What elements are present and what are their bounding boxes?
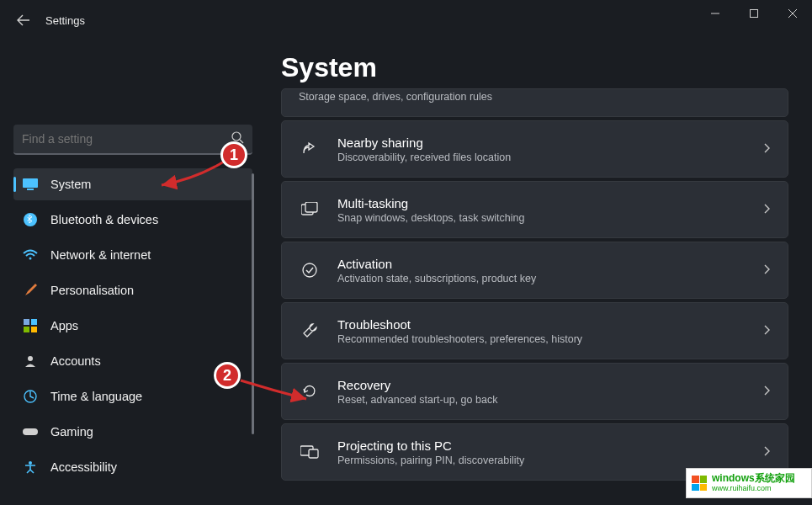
brush-icon (22, 282, 39, 299)
close-button[interactable] (773, 0, 812, 27)
svg-point-5 (29, 258, 32, 260)
annotation-badge-2: 2 (214, 362, 241, 389)
chevron-right-icon (764, 384, 771, 399)
minimize-button[interactable] (696, 0, 735, 27)
settings-card-storage[interactable]: Storage space, drives, configuration rul… (281, 88, 788, 117)
svg-rect-0 (751, 10, 758, 18)
windows-logo-icon (692, 476, 707, 491)
sidebar-item-label: Gaming (50, 425, 93, 439)
bluetooth-icon (22, 211, 39, 228)
sidebar-item-time-language[interactable]: Time & language (13, 380, 252, 412)
card-title: Recovery (337, 378, 747, 392)
card-subtitle: Snap windows, desktops, task switching (337, 212, 747, 224)
svg-point-17 (303, 263, 316, 277)
chevron-right-icon (764, 141, 771, 157)
sidebar-item-gaming[interactable]: Gaming (13, 416, 252, 448)
recovery-icon (299, 380, 321, 402)
search-box[interactable] (13, 125, 252, 155)
card-text: ActivationActivation state, subscription… (337, 257, 747, 284)
card-text: Storage space, drives, configuration rul… (299, 89, 771, 109)
window-controls (696, 0, 812, 27)
svg-rect-3 (27, 189, 34, 190)
card-text: Multi-taskingSnap windows, desktops, tas… (337, 196, 747, 224)
sidebar-item-system[interactable]: System (13, 168, 252, 200)
sidebar-item-label: Network & internet (50, 248, 151, 262)
svg-rect-7 (31, 319, 37, 325)
sidebar-item-label: Accounts (50, 354, 101, 368)
card-title: Nearby sharing (337, 136, 747, 150)
sidebar-item-apps[interactable]: Apps (13, 310, 252, 342)
card-title: Activation (337, 257, 747, 271)
sidebar-item-label: Apps (50, 319, 78, 332)
settings-card-troubleshoot[interactable]: TroubleshootRecommended troubleshooters,… (281, 302, 788, 359)
card-subtitle: Permissions, pairing PIN, discoverabilit… (337, 454, 747, 466)
globe-clock-icon (22, 388, 39, 405)
card-text: RecoveryReset, advanced start-up, go bac… (337, 378, 747, 406)
activation-check-icon (299, 259, 321, 281)
chevron-right-icon (764, 323, 771, 338)
svg-rect-12 (23, 428, 38, 435)
window-title: Settings (45, 14, 85, 27)
card-text: Nearby sharingDiscoverability, received … (337, 136, 747, 163)
share-icon (299, 138, 321, 160)
maximize-button[interactable] (735, 0, 773, 27)
card-subtitle: Storage space, drives, configuration rul… (299, 91, 771, 103)
display-icon (22, 176, 39, 193)
apps-icon (22, 317, 39, 334)
card-subtitle: Recommended troubleshooters, preferences… (337, 333, 747, 345)
svg-rect-2 (23, 178, 38, 188)
multitask-icon (299, 199, 321, 221)
watermark: windows系统家园 www.ruihaifu.com (686, 468, 812, 498)
settings-cards: Storage space, drives, configuration rul… (281, 88, 788, 481)
titlebar: Settings (0, 0, 812, 40)
chevron-right-icon (764, 444, 771, 460)
settings-card-multi-tasking[interactable]: Multi-taskingSnap windows, desktops, tas… (281, 181, 788, 238)
card-title: Projecting to this PC (337, 439, 747, 453)
svg-point-13 (29, 461, 32, 465)
annotation-badge-1: 1 (220, 141, 247, 168)
sidebar-item-personalisation[interactable]: Personalisation (13, 274, 252, 306)
chevron-right-icon (764, 263, 771, 278)
svg-rect-9 (31, 327, 37, 332)
settings-card-recovery[interactable]: RecoveryReset, advanced start-up, go bac… (281, 363, 788, 420)
maximize-icon (750, 9, 758, 18)
wifi-icon (22, 247, 39, 263)
sidebar-item-bluetooth-devices[interactable]: Bluetooth & devices (13, 204, 252, 236)
svg-rect-8 (24, 327, 29, 332)
main-pane: System Storage space, drives, configurat… (261, 40, 812, 505)
svg-point-10 (28, 356, 33, 361)
card-text: Projecting to this PCPermissions, pairin… (337, 439, 747, 466)
sidebar-item-label: Personalisation (50, 284, 134, 297)
sidebar-item-accessibility[interactable]: Accessibility (13, 451, 252, 483)
svg-rect-16 (305, 202, 317, 212)
sidebar-item-label: Time & language (50, 390, 142, 403)
wrench-icon (299, 320, 321, 342)
project-icon (299, 441, 321, 463)
back-arrow-icon (17, 13, 30, 27)
sidebar-item-label: Accessibility (50, 460, 117, 474)
close-icon (788, 9, 797, 18)
card-subtitle: Reset, advanced start-up, go back (337, 394, 747, 406)
card-title: Troubleshoot (337, 317, 747, 332)
settings-card-activation[interactable]: ActivationActivation state, subscription… (281, 242, 788, 299)
sidebar-item-label: System (50, 178, 91, 191)
svg-rect-19 (309, 449, 318, 458)
accessibility-icon (22, 459, 39, 476)
settings-card-nearby-sharing[interactable]: Nearby sharingDiscoverability, received … (281, 120, 788, 178)
sidebar-item-label: Bluetooth & devices (50, 213, 158, 226)
card-title: Multi-tasking (337, 196, 747, 210)
sidebar-item-network-internet[interactable]: Network & internet (13, 239, 252, 271)
svg-point-1 (232, 132, 241, 141)
card-subtitle: Discoverability, received files location (337, 152, 747, 163)
watermark-line1: windows系统家园 (712, 473, 795, 484)
card-text: TroubleshootRecommended troubleshooters,… (337, 317, 747, 345)
page-title: System (281, 52, 788, 83)
person-icon (22, 353, 39, 369)
minimize-icon (711, 9, 719, 18)
back-button[interactable] (10, 7, 37, 34)
svg-rect-6 (24, 319, 29, 325)
search-input[interactable] (22, 132, 231, 146)
sidebar-nav: SystemBluetooth & devicesNetwork & inter… (13, 168, 252, 483)
sidebar: SystemBluetooth & devicesNetwork & inter… (0, 40, 261, 505)
chevron-right-icon (764, 202, 771, 217)
